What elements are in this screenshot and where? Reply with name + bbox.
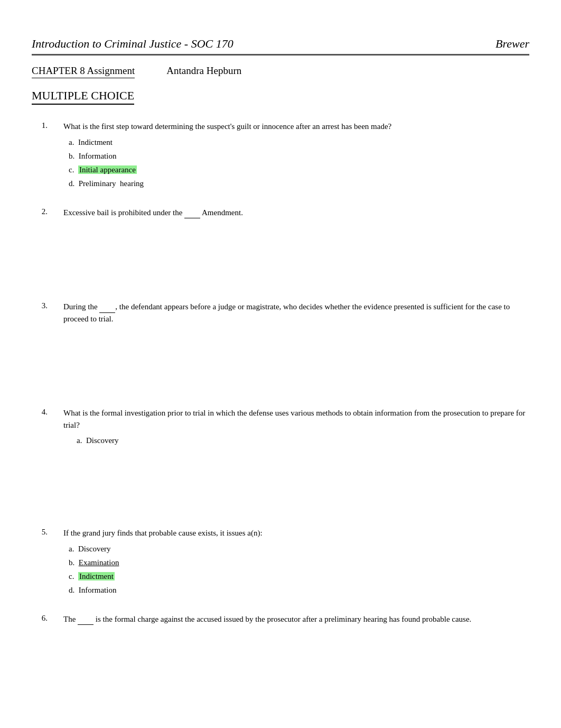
blank-line xyxy=(184,211,200,218)
question-text: The is the formal charge against the acc… xyxy=(63,613,529,625)
list-item: d. Information xyxy=(69,584,529,596)
highlighted-answer: Indictment xyxy=(78,572,115,580)
instructor-name: Brewer xyxy=(495,37,529,51)
student-name: Antandra Hepburn xyxy=(166,65,241,77)
answer-list: a. Discovery xyxy=(69,434,529,447)
list-item: a. Discovery xyxy=(69,542,529,555)
question-number: 4. xyxy=(32,407,53,448)
list-item: d. Preliminary hearing xyxy=(69,177,529,190)
list-item: b. Information xyxy=(69,150,529,162)
header-section: Introduction to Criminal Justice - SOC 1… xyxy=(32,37,529,115)
course-title: Introduction to Criminal Justice - SOC 1… xyxy=(32,37,233,51)
question-item: 3. During the , the defendant appears be… xyxy=(32,301,529,328)
question-number: 6. xyxy=(32,613,53,629)
answer-letter: c. xyxy=(69,572,74,580)
question-content: What is the first step toward determinin… xyxy=(63,121,529,191)
answer-letter: a. xyxy=(69,138,74,146)
question-item: 6. The is the formal charge against the … xyxy=(32,613,529,629)
spacer xyxy=(32,237,529,301)
blank-line xyxy=(99,306,115,313)
question-content: The is the formal charge against the acc… xyxy=(63,613,529,629)
list-item: a. Discovery xyxy=(69,434,529,447)
assignment-label: CHAPTER 8 Assignment xyxy=(32,65,135,78)
answer-letter: c. xyxy=(69,165,74,174)
question-text: During the , the defendant appears befor… xyxy=(63,301,529,325)
section-title-container: MULTIPLE CHOICE xyxy=(32,89,529,115)
answer-letter: a. xyxy=(69,545,74,553)
question-number: 1. xyxy=(32,121,53,191)
answer-list: a. Indictment b. Information c. Initial … xyxy=(69,136,529,190)
question-number: 3. xyxy=(32,301,53,328)
question-content: If the grand jury finds that probable ca… xyxy=(63,527,529,597)
question-item: 1. What is the first step toward determi… xyxy=(32,121,529,191)
answer-list: a. Discovery b. Examination c. Indictmen… xyxy=(69,542,529,596)
question-item: 2. Excessive bail is prohibited under th… xyxy=(32,207,529,222)
question-number: 2. xyxy=(32,207,53,222)
question-text: What is the formal investigation prior t… xyxy=(63,407,529,431)
underlined-answer: Examination xyxy=(79,558,119,567)
question-text: What is the first step toward determinin… xyxy=(63,121,529,133)
answer-letter: b. xyxy=(69,152,74,160)
question-content: Excessive bail is prohibited under the A… xyxy=(63,207,529,222)
list-item: c. Indictment xyxy=(69,570,529,583)
question-item: 5. If the grand jury finds that probable… xyxy=(32,527,529,597)
blank-line xyxy=(78,618,94,625)
spacer xyxy=(32,464,529,527)
assignment-row: CHAPTER 8 Assignment Antandra Hepburn xyxy=(32,65,529,78)
header-title-row: Introduction to Criminal Justice - SOC 1… xyxy=(32,37,529,56)
spacer xyxy=(32,344,529,407)
question-item: 4. What is the formal investigation prio… xyxy=(32,407,529,448)
answer-letter: d. xyxy=(69,586,74,594)
question-content: What is the formal investigation prior t… xyxy=(63,407,529,448)
question-content: During the , the defendant appears befor… xyxy=(63,301,529,328)
highlighted-answer: Initial appearance xyxy=(78,165,137,174)
list-item: a. Indictment xyxy=(69,136,529,149)
question-text: If the grand jury finds that probable ca… xyxy=(63,527,529,539)
section-title: MULTIPLE CHOICE xyxy=(32,89,134,105)
list-item: b. Examination xyxy=(69,556,529,569)
list-item: c. Initial appearance xyxy=(69,163,529,176)
answer-letter: d. xyxy=(69,179,74,188)
questions-section: 1. What is the first step toward determi… xyxy=(32,121,529,628)
answer-letter: b. xyxy=(69,558,74,567)
question-number: 5. xyxy=(32,527,53,597)
question-text: Excessive bail is prohibited under the A… xyxy=(63,207,529,219)
